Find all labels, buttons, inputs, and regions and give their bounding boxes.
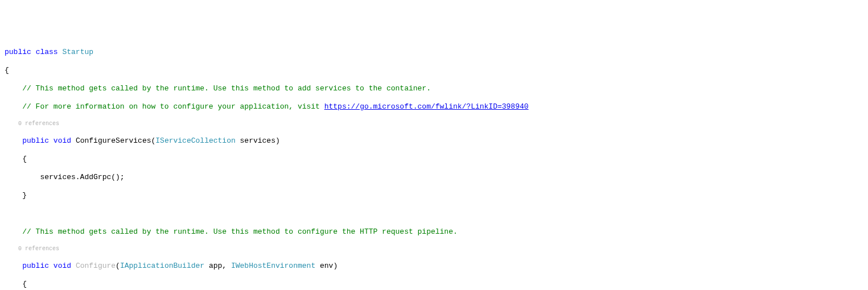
indent xyxy=(5,84,22,93)
keyword: public xyxy=(5,48,31,56)
indent xyxy=(5,246,18,252)
code-line: { xyxy=(5,155,863,164)
code-line xyxy=(5,209,863,218)
method-name: ConfigureServices xyxy=(76,136,151,145)
code-line: { xyxy=(5,66,863,75)
keyword: void xyxy=(54,262,71,270)
type-name: IApplicationBuilder xyxy=(120,262,204,270)
codelens-annotation[interactable]: 0 references xyxy=(5,246,863,252)
comment: // For more information on how to config… xyxy=(22,102,324,111)
code-line: public class Startup xyxy=(5,48,863,57)
indent xyxy=(5,136,22,145)
keyword: public xyxy=(22,136,49,145)
code-line: services.AddGrpc(); xyxy=(5,173,863,182)
keyword: void xyxy=(54,136,71,145)
code-line: } xyxy=(5,191,863,200)
code-line: // This method gets called by the runtim… xyxy=(5,227,863,237)
reference-count: 0 references xyxy=(18,121,59,127)
comment: // This method gets called by the runtim… xyxy=(22,227,458,236)
codelens-annotation[interactable]: 0 references xyxy=(5,121,863,127)
code-line: public void ConfigureServices(IServiceCo… xyxy=(5,136,863,146)
code-line: public void Configure(IApplicationBuilde… xyxy=(5,262,863,271)
type-name: IWebHostEnvironment xyxy=(231,262,315,270)
method-name: Configure xyxy=(76,262,116,270)
indent xyxy=(5,227,22,236)
param: app, xyxy=(204,262,231,270)
keyword: public xyxy=(22,262,49,270)
indent xyxy=(5,121,18,127)
param: services) xyxy=(236,136,280,145)
param: env) xyxy=(315,262,338,270)
comment: // This method gets called by the runtim… xyxy=(22,84,431,93)
indent xyxy=(5,262,22,270)
code-line: { xyxy=(5,280,863,289)
reference-count: 0 references xyxy=(18,246,59,252)
indent xyxy=(5,102,22,111)
code-line: // This method gets called by the runtim… xyxy=(5,84,863,93)
type-name: IServiceCollection xyxy=(155,136,235,145)
comment-link[interactable]: https://go.microsoft.com/fwlink/?LinkID=… xyxy=(324,102,529,111)
paren: ( xyxy=(116,262,120,270)
code-line: // For more information on how to config… xyxy=(5,102,863,111)
code-editor[interactable]: public class Startup { // This method ge… xyxy=(0,36,868,290)
type-name: Startup xyxy=(62,48,93,56)
keyword: class xyxy=(36,48,58,56)
